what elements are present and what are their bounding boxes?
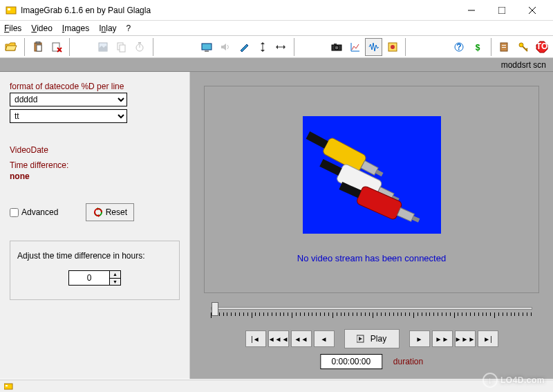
video-placeholder-image bbox=[303, 116, 441, 234]
status-icon bbox=[4, 382, 15, 391]
left-panel: format of datecode %D per line ddddd tt … bbox=[0, 72, 190, 379]
sound-icon[interactable] bbox=[217, 38, 234, 56]
svg-rect-1 bbox=[8, 8, 10, 10]
advanced-checkbox[interactable]: Advanced bbox=[10, 207, 58, 217]
copy-icon[interactable] bbox=[113, 38, 130, 56]
timediff-value: none bbox=[10, 171, 180, 181]
tool4-icon[interactable] bbox=[384, 38, 401, 56]
duration-label: duration bbox=[393, 357, 423, 366]
adjust-spinner[interactable]: ▲ ▼ bbox=[110, 270, 121, 286]
help-icon[interactable]: ? bbox=[451, 38, 468, 56]
window-title: ImageGrab 6.1.6 en by Paul Glagla bbox=[21, 6, 456, 15]
right-panel: No video stream has been connected |◄ ◄◄… bbox=[190, 72, 553, 379]
save-image-icon[interactable] bbox=[94, 38, 111, 56]
timediff-label: Time difference: bbox=[10, 160, 180, 170]
playback-controls: |◄ ◄◄◄ ◄◄ ◄ Play ► ►► ►►► ►| bbox=[211, 329, 532, 348]
play-button[interactable]: Play bbox=[344, 329, 400, 348]
last-button[interactable]: ►| bbox=[478, 330, 498, 347]
menu-bar: Files Video Images Inlay ? bbox=[0, 21, 553, 36]
watermark: ↓LO4D.com bbox=[482, 373, 545, 388]
stretch-vert-icon[interactable] bbox=[254, 38, 271, 56]
slider-ticks bbox=[211, 312, 532, 318]
svg-point-28 bbox=[391, 45, 395, 49]
menu-help[interactable]: ? bbox=[126, 24, 131, 33]
svg-rect-19 bbox=[205, 50, 209, 52]
bottom-status-bar bbox=[0, 380, 553, 392]
timecode-row: duration bbox=[320, 354, 423, 369]
step-fwd-button[interactable]: ► bbox=[409, 330, 430, 347]
timecode-input[interactable] bbox=[320, 354, 382, 369]
first-button[interactable]: |◄ bbox=[245, 330, 266, 347]
stop-icon[interactable]: STOP bbox=[533, 38, 550, 56]
adjust-label: Adjust the time difference in hours: bbox=[17, 251, 172, 261]
format-label: format of datecode %D per line bbox=[10, 82, 180, 91]
forward-fast-button[interactable]: ►►► bbox=[455, 330, 476, 347]
svg-rect-55 bbox=[4, 384, 12, 389]
forward-button[interactable]: ►► bbox=[432, 330, 453, 347]
svg-point-23 bbox=[335, 46, 339, 50]
adjust-input[interactable] bbox=[68, 270, 110, 286]
menu-inlay[interactable]: Inlay bbox=[99, 24, 116, 33]
toolbar: ? $ STOP bbox=[0, 36, 553, 58]
minimize-button[interactable] bbox=[456, 1, 487, 20]
chart-icon[interactable] bbox=[347, 38, 364, 56]
svg-rect-24 bbox=[334, 44, 337, 45]
svg-rect-14 bbox=[120, 45, 125, 52]
svg-marker-54 bbox=[359, 337, 362, 341]
dollar-icon[interactable]: $ bbox=[469, 38, 487, 56]
svg-rect-18 bbox=[202, 44, 212, 50]
app-icon bbox=[6, 5, 17, 16]
camera-icon[interactable] bbox=[328, 38, 346, 56]
status-strip: moddsrt scn bbox=[0, 58, 553, 72]
reset-button[interactable]: Reset bbox=[86, 203, 134, 221]
svg-rect-3 bbox=[498, 7, 505, 14]
spin-down-icon[interactable]: ▼ bbox=[110, 279, 120, 286]
menu-video[interactable]: Video bbox=[31, 24, 52, 33]
stretch-horiz-icon[interactable] bbox=[272, 38, 290, 56]
svg-rect-17 bbox=[138, 42, 141, 44]
open-file-icon[interactable] bbox=[3, 38, 20, 56]
svg-rect-34 bbox=[502, 47, 506, 48]
svg-line-37 bbox=[526, 48, 527, 50]
svg-rect-33 bbox=[502, 45, 506, 46]
screen-icon[interactable] bbox=[198, 38, 216, 56]
title-bar: ImageGrab 6.1.6 en by Paul Glagla bbox=[0, 0, 553, 21]
format1-select[interactable]: ddddd bbox=[10, 93, 127, 106]
no-video-text: No video stream has been connected bbox=[297, 253, 446, 263]
reset-icon bbox=[93, 207, 103, 217]
format2-select[interactable]: tt bbox=[10, 109, 127, 123]
svg-text:STOP: STOP bbox=[536, 41, 548, 51]
status-text: moddsrt scn bbox=[501, 60, 546, 70]
rewind-button[interactable]: ◄◄ bbox=[291, 330, 312, 347]
adjust-box: Adjust the time difference in hours: ▲ ▼ bbox=[10, 241, 180, 300]
brush-icon[interactable] bbox=[235, 38, 252, 56]
rewind-fast-button[interactable]: ◄◄◄ bbox=[268, 330, 289, 347]
timer-icon[interactable] bbox=[131, 38, 149, 56]
svg-text:?: ? bbox=[457, 42, 462, 52]
slider-thumb[interactable] bbox=[212, 302, 218, 316]
paste-icon[interactable] bbox=[30, 38, 47, 56]
maximize-button[interactable] bbox=[487, 1, 517, 20]
play-icon bbox=[357, 335, 366, 343]
svg-text:$: $ bbox=[476, 43, 480, 53]
videodate-label: VideoDate bbox=[10, 145, 180, 155]
video-frame: No video stream has been connected bbox=[204, 86, 539, 293]
svg-rect-7 bbox=[36, 41, 40, 44]
menu-images[interactable]: Images bbox=[62, 24, 89, 33]
seek-slider[interactable] bbox=[211, 307, 532, 318]
waveform-icon[interactable] bbox=[365, 38, 382, 56]
menu-files[interactable]: Files bbox=[4, 24, 21, 33]
svg-rect-56 bbox=[6, 385, 8, 386]
step-back-button[interactable]: ◄ bbox=[314, 330, 335, 347]
svg-rect-8 bbox=[37, 45, 41, 51]
key-icon[interactable] bbox=[514, 38, 532, 56]
close-button[interactable] bbox=[517, 1, 547, 20]
clipboard-close-icon[interactable] bbox=[48, 38, 66, 56]
svg-rect-40 bbox=[303, 116, 441, 234]
settings-icon[interactable] bbox=[496, 38, 514, 56]
spin-up-icon[interactable]: ▲ bbox=[110, 271, 120, 279]
